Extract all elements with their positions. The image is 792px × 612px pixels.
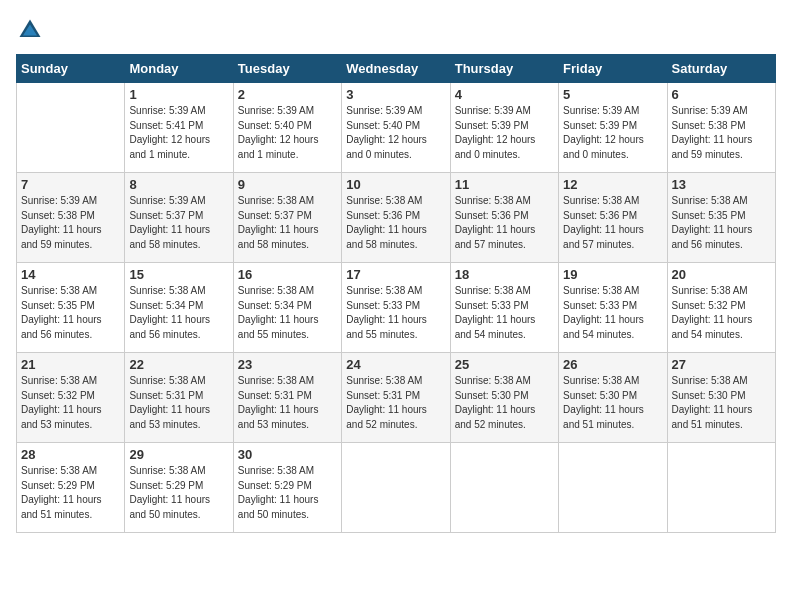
col-header-wednesday: Wednesday (342, 55, 450, 83)
day-number: 20 (672, 267, 771, 282)
calendar-cell: 27Sunrise: 5:38 AM Sunset: 5:30 PM Dayli… (667, 353, 775, 443)
day-number: 1 (129, 87, 228, 102)
day-number: 11 (455, 177, 554, 192)
calendar-table: SundayMondayTuesdayWednesdayThursdayFrid… (16, 54, 776, 533)
calendar-cell: 3Sunrise: 5:39 AM Sunset: 5:40 PM Daylig… (342, 83, 450, 173)
day-number: 21 (21, 357, 120, 372)
calendar-cell: 17Sunrise: 5:38 AM Sunset: 5:33 PM Dayli… (342, 263, 450, 353)
day-detail: Sunrise: 5:38 AM Sunset: 5:30 PM Dayligh… (563, 374, 662, 432)
day-number: 12 (563, 177, 662, 192)
col-header-monday: Monday (125, 55, 233, 83)
day-number: 13 (672, 177, 771, 192)
day-detail: Sunrise: 5:38 AM Sunset: 5:33 PM Dayligh… (455, 284, 554, 342)
day-number: 26 (563, 357, 662, 372)
day-detail: Sunrise: 5:38 AM Sunset: 5:29 PM Dayligh… (129, 464, 228, 522)
calendar-cell: 9Sunrise: 5:38 AM Sunset: 5:37 PM Daylig… (233, 173, 341, 263)
day-detail: Sunrise: 5:38 AM Sunset: 5:36 PM Dayligh… (346, 194, 445, 252)
calendar-cell: 19Sunrise: 5:38 AM Sunset: 5:33 PM Dayli… (559, 263, 667, 353)
day-number: 2 (238, 87, 337, 102)
day-number: 25 (455, 357, 554, 372)
calendar-cell: 28Sunrise: 5:38 AM Sunset: 5:29 PM Dayli… (17, 443, 125, 533)
calendar-week-row: 7Sunrise: 5:39 AM Sunset: 5:38 PM Daylig… (17, 173, 776, 263)
day-number: 8 (129, 177, 228, 192)
day-number: 19 (563, 267, 662, 282)
calendar-cell: 22Sunrise: 5:38 AM Sunset: 5:31 PM Dayli… (125, 353, 233, 443)
day-detail: Sunrise: 5:38 AM Sunset: 5:37 PM Dayligh… (238, 194, 337, 252)
day-detail: Sunrise: 5:38 AM Sunset: 5:32 PM Dayligh… (672, 284, 771, 342)
day-number: 5 (563, 87, 662, 102)
calendar-cell: 15Sunrise: 5:38 AM Sunset: 5:34 PM Dayli… (125, 263, 233, 353)
day-detail: Sunrise: 5:38 AM Sunset: 5:31 PM Dayligh… (129, 374, 228, 432)
day-detail: Sunrise: 5:38 AM Sunset: 5:34 PM Dayligh… (238, 284, 337, 342)
day-number: 10 (346, 177, 445, 192)
calendar-cell: 1Sunrise: 5:39 AM Sunset: 5:41 PM Daylig… (125, 83, 233, 173)
calendar-cell: 18Sunrise: 5:38 AM Sunset: 5:33 PM Dayli… (450, 263, 558, 353)
day-detail: Sunrise: 5:38 AM Sunset: 5:35 PM Dayligh… (672, 194, 771, 252)
day-number: 28 (21, 447, 120, 462)
day-number: 17 (346, 267, 445, 282)
day-detail: Sunrise: 5:38 AM Sunset: 5:35 PM Dayligh… (21, 284, 120, 342)
calendar-cell: 24Sunrise: 5:38 AM Sunset: 5:31 PM Dayli… (342, 353, 450, 443)
col-header-friday: Friday (559, 55, 667, 83)
day-detail: Sunrise: 5:38 AM Sunset: 5:29 PM Dayligh… (21, 464, 120, 522)
day-detail: Sunrise: 5:38 AM Sunset: 5:29 PM Dayligh… (238, 464, 337, 522)
calendar-cell: 5Sunrise: 5:39 AM Sunset: 5:39 PM Daylig… (559, 83, 667, 173)
calendar-week-row: 14Sunrise: 5:38 AM Sunset: 5:35 PM Dayli… (17, 263, 776, 353)
day-detail: Sunrise: 5:39 AM Sunset: 5:40 PM Dayligh… (238, 104, 337, 162)
day-number: 16 (238, 267, 337, 282)
day-detail: Sunrise: 5:38 AM Sunset: 5:34 PM Dayligh… (129, 284, 228, 342)
calendar-cell: 25Sunrise: 5:38 AM Sunset: 5:30 PM Dayli… (450, 353, 558, 443)
col-header-tuesday: Tuesday (233, 55, 341, 83)
calendar-cell: 11Sunrise: 5:38 AM Sunset: 5:36 PM Dayli… (450, 173, 558, 263)
logo-icon (16, 16, 44, 44)
calendar-cell: 2Sunrise: 5:39 AM Sunset: 5:40 PM Daylig… (233, 83, 341, 173)
calendar-week-row: 21Sunrise: 5:38 AM Sunset: 5:32 PM Dayli… (17, 353, 776, 443)
calendar-cell: 4Sunrise: 5:39 AM Sunset: 5:39 PM Daylig… (450, 83, 558, 173)
day-detail: Sunrise: 5:39 AM Sunset: 5:39 PM Dayligh… (455, 104, 554, 162)
calendar-cell: 23Sunrise: 5:38 AM Sunset: 5:31 PM Dayli… (233, 353, 341, 443)
calendar-cell (450, 443, 558, 533)
day-detail: Sunrise: 5:38 AM Sunset: 5:33 PM Dayligh… (346, 284, 445, 342)
calendar-cell: 10Sunrise: 5:38 AM Sunset: 5:36 PM Dayli… (342, 173, 450, 263)
day-detail: Sunrise: 5:38 AM Sunset: 5:30 PM Dayligh… (455, 374, 554, 432)
col-header-sunday: Sunday (17, 55, 125, 83)
day-number: 4 (455, 87, 554, 102)
calendar-cell: 16Sunrise: 5:38 AM Sunset: 5:34 PM Dayli… (233, 263, 341, 353)
day-number: 7 (21, 177, 120, 192)
calendar-cell: 7Sunrise: 5:39 AM Sunset: 5:38 PM Daylig… (17, 173, 125, 263)
day-detail: Sunrise: 5:39 AM Sunset: 5:39 PM Dayligh… (563, 104, 662, 162)
day-number: 24 (346, 357, 445, 372)
day-detail: Sunrise: 5:38 AM Sunset: 5:33 PM Dayligh… (563, 284, 662, 342)
calendar-cell: 6Sunrise: 5:39 AM Sunset: 5:38 PM Daylig… (667, 83, 775, 173)
calendar-cell (667, 443, 775, 533)
calendar-cell (559, 443, 667, 533)
col-header-saturday: Saturday (667, 55, 775, 83)
day-detail: Sunrise: 5:39 AM Sunset: 5:37 PM Dayligh… (129, 194, 228, 252)
day-number: 30 (238, 447, 337, 462)
day-number: 14 (21, 267, 120, 282)
calendar-cell: 20Sunrise: 5:38 AM Sunset: 5:32 PM Dayli… (667, 263, 775, 353)
day-number: 15 (129, 267, 228, 282)
calendar-header-row: SundayMondayTuesdayWednesdayThursdayFrid… (17, 55, 776, 83)
col-header-thursday: Thursday (450, 55, 558, 83)
day-detail: Sunrise: 5:39 AM Sunset: 5:41 PM Dayligh… (129, 104, 228, 162)
calendar-cell: 29Sunrise: 5:38 AM Sunset: 5:29 PM Dayli… (125, 443, 233, 533)
day-number: 27 (672, 357, 771, 372)
calendar-cell (17, 83, 125, 173)
day-detail: Sunrise: 5:38 AM Sunset: 5:36 PM Dayligh… (455, 194, 554, 252)
day-number: 22 (129, 357, 228, 372)
logo (16, 16, 48, 44)
day-number: 23 (238, 357, 337, 372)
day-detail: Sunrise: 5:38 AM Sunset: 5:36 PM Dayligh… (563, 194, 662, 252)
calendar-cell: 14Sunrise: 5:38 AM Sunset: 5:35 PM Dayli… (17, 263, 125, 353)
day-number: 6 (672, 87, 771, 102)
day-detail: Sunrise: 5:38 AM Sunset: 5:31 PM Dayligh… (238, 374, 337, 432)
day-number: 3 (346, 87, 445, 102)
day-detail: Sunrise: 5:39 AM Sunset: 5:40 PM Dayligh… (346, 104, 445, 162)
day-detail: Sunrise: 5:39 AM Sunset: 5:38 PM Dayligh… (672, 104, 771, 162)
day-detail: Sunrise: 5:38 AM Sunset: 5:30 PM Dayligh… (672, 374, 771, 432)
calendar-cell: 12Sunrise: 5:38 AM Sunset: 5:36 PM Dayli… (559, 173, 667, 263)
calendar-cell: 30Sunrise: 5:38 AM Sunset: 5:29 PM Dayli… (233, 443, 341, 533)
calendar-cell: 21Sunrise: 5:38 AM Sunset: 5:32 PM Dayli… (17, 353, 125, 443)
calendar-cell: 8Sunrise: 5:39 AM Sunset: 5:37 PM Daylig… (125, 173, 233, 263)
